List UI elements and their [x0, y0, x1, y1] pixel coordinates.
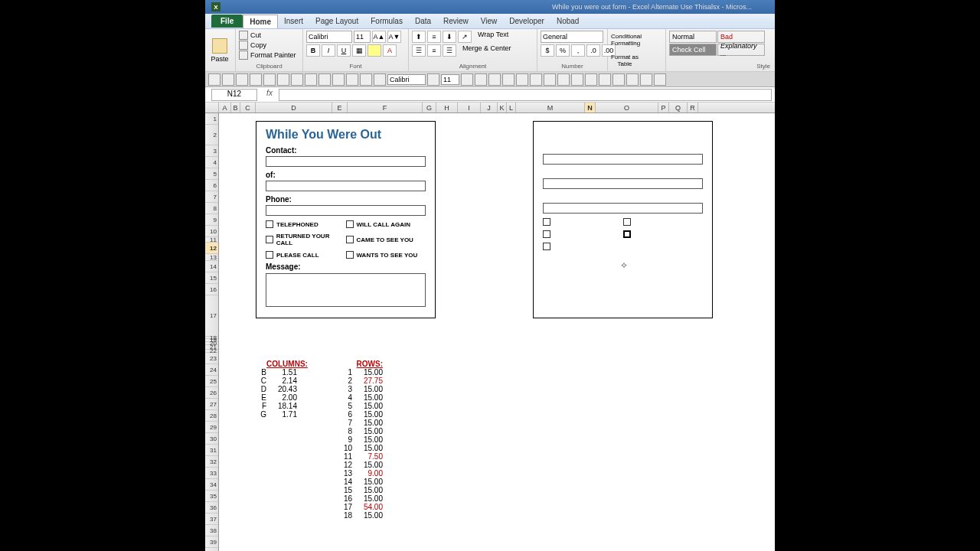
style-bad[interactable]: Bad: [717, 31, 765, 43]
checkbox-returned-call[interactable]: [266, 236, 273, 243]
qat-button[interactable]: [346, 73, 358, 86]
qat-button[interactable]: [208, 73, 220, 86]
row-header[interactable]: 35: [205, 491, 218, 502]
checkbox-2-3[interactable]: [543, 230, 550, 238]
orientation-button[interactable]: ↗: [458, 31, 472, 43]
tab-home[interactable]: Home: [243, 15, 278, 28]
font-color-button[interactable]: A: [383, 44, 397, 57]
conditional-formatting-button[interactable]: Conditional Formatting: [611, 33, 639, 47]
sheet-canvas[interactable]: While You Were Out Contact: of: Phone: T…: [219, 113, 775, 551]
qat-button[interactable]: [374, 73, 386, 86]
row-header[interactable]: 11: [205, 237, 218, 243]
copy-button[interactable]: Copy: [250, 41, 266, 49]
row-header[interactable]: 40: [205, 548, 218, 551]
row-header[interactable]: 5: [205, 168, 218, 180]
column-header[interactable]: E: [332, 103, 348, 112]
row-header[interactable]: 23: [205, 353, 218, 364]
number-format-select[interactable]: [541, 31, 603, 43]
increase-font-button[interactable]: A▲: [372, 31, 386, 43]
row-header[interactable]: 3: [205, 145, 218, 157]
qat-button[interactable]: [250, 73, 262, 86]
input-phone[interactable]: [266, 205, 426, 216]
qat-button[interactable]: [360, 73, 372, 86]
input-contact-2[interactable]: [543, 154, 703, 165]
checkbox-wants-to-see[interactable]: [346, 251, 354, 259]
input-of-2[interactable]: [543, 178, 703, 189]
row-header[interactable]: 15: [205, 272, 218, 284]
name-box[interactable]: N12: [211, 89, 257, 101]
align-middle-button[interactable]: ≡: [427, 31, 441, 43]
checkbox-2-1[interactable]: [543, 218, 550, 226]
qat-button[interactable]: [291, 73, 303, 86]
column-header[interactable]: R: [688, 103, 698, 112]
tab-insert[interactable]: Insert: [278, 15, 309, 28]
column-header[interactable]: D: [256, 103, 332, 112]
tab-page-layout[interactable]: Page Layout: [309, 15, 364, 28]
wrap-text-button[interactable]: Wrap Text: [478, 31, 508, 43]
column-header[interactable]: O: [596, 103, 658, 112]
qat-button[interactable]: [277, 73, 289, 86]
format-painter-button[interactable]: Format Painter: [250, 51, 296, 59]
merge-center-button[interactable]: Merge & Center: [462, 44, 511, 57]
qat-button[interactable]: [612, 73, 625, 86]
qat-button[interactable]: [236, 73, 248, 86]
tab-nobad[interactable]: Nobad: [550, 15, 585, 28]
input-contact[interactable]: [266, 156, 426, 167]
qat-button[interactable]: [585, 73, 597, 86]
column-header[interactable]: K: [498, 103, 507, 112]
input-phone-2[interactable]: [543, 203, 703, 214]
qat-button[interactable]: [475, 73, 487, 86]
column-header[interactable]: F: [348, 103, 423, 112]
column-header[interactable]: A: [219, 103, 231, 112]
row-header[interactable]: 26: [205, 387, 218, 399]
style-normal[interactable]: Normal: [669, 31, 717, 43]
currency-button[interactable]: $: [541, 44, 554, 57]
row-header[interactable]: 4: [205, 157, 218, 168]
column-header[interactable]: J: [481, 103, 498, 112]
format-as-table-button[interactable]: Format as Table: [611, 54, 639, 67]
checkbox-telephoned[interactable]: [266, 220, 273, 228]
qat-button[interactable]: [654, 73, 666, 86]
row-header[interactable]: 28: [205, 410, 218, 422]
row-header[interactable]: 37: [205, 514, 218, 525]
qat-button[interactable]: [461, 73, 473, 86]
row-header[interactable]: 8: [205, 203, 218, 214]
qat-button[interactable]: [305, 73, 317, 86]
column-header[interactable]: I: [458, 103, 481, 112]
bold-button[interactable]: B: [306, 44, 320, 57]
fill-color-button[interactable]: [368, 44, 381, 57]
qat-button[interactable]: [222, 73, 234, 86]
paste-button[interactable]: Paste: [208, 36, 231, 65]
column-header[interactable]: C: [240, 103, 256, 112]
row-header[interactable]: 24: [205, 364, 218, 376]
qat-button[interactable]: [318, 73, 331, 86]
font-name-select[interactable]: [306, 31, 352, 43]
fx-button[interactable]: fx: [263, 89, 276, 101]
qat-button[interactable]: [626, 73, 639, 86]
row-header[interactable]: 17: [205, 295, 218, 337]
increase-decimal-button[interactable]: .0: [586, 44, 600, 57]
input-of[interactable]: [266, 181, 426, 191]
qat-button[interactable]: [571, 73, 583, 86]
row-header[interactable]: 1: [205, 113, 218, 125]
row-header[interactable]: 6: [205, 180, 218, 191]
column-header[interactable]: B: [231, 103, 240, 112]
column-header[interactable]: N: [585, 103, 596, 112]
tab-view[interactable]: View: [475, 15, 504, 28]
font-size-select[interactable]: [354, 31, 371, 43]
border-button[interactable]: ▦: [352, 44, 366, 57]
qat-button[interactable]: [557, 73, 570, 86]
tab-formulas[interactable]: Formulas: [364, 15, 409, 28]
row-header[interactable]: 14: [205, 261, 218, 272]
underline-button[interactable]: U: [337, 44, 351, 57]
row-header[interactable]: 36: [205, 502, 218, 514]
row-header[interactable]: 38: [205, 525, 218, 536]
qat-button[interactable]: [427, 73, 439, 86]
column-header[interactable]: P: [658, 103, 669, 112]
column-header[interactable]: H: [436, 103, 458, 112]
qat-button[interactable]: [263, 73, 276, 86]
row-header[interactable]: 10: [205, 226, 218, 237]
percent-button[interactable]: %: [556, 44, 570, 57]
row-header[interactable]: 30: [205, 433, 218, 445]
row-header[interactable]: 32: [205, 456, 218, 468]
